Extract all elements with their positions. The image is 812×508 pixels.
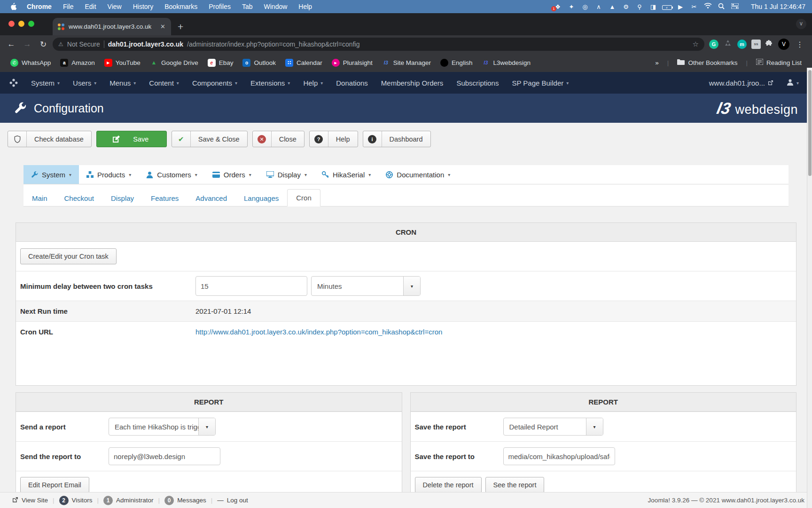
subtab-checkout[interactable]: Checkout <box>56 190 102 206</box>
back-button[interactable]: ← <box>5 40 18 49</box>
nav-components[interactable]: Components▾ <box>186 79 244 87</box>
bookmark-star-icon[interactable]: ☆ <box>693 40 699 48</box>
tab-search-button[interactable]: ∨ <box>796 19 806 29</box>
menu-profiles[interactable]: Profiles <box>204 3 235 10</box>
menu-history[interactable]: History <box>128 3 158 10</box>
creative-cloud-icon[interactable]: ◎ <box>579 3 591 10</box>
page-scrollbar[interactable] <box>807 68 812 508</box>
spotlight-search-icon[interactable] <box>716 3 727 11</box>
bookmark-calendar[interactable]: ∷Calendar <box>281 59 327 67</box>
m-extension-icon[interactable]: m <box>737 40 747 49</box>
view-site-link[interactable]: View Site <box>8 497 53 504</box>
tab-customers[interactable]: Customers▾ <box>139 165 205 184</box>
nav-content[interactable]: Content▾ <box>142 79 186 87</box>
send-report-select[interactable]: Each time HikaShop is trigge... ▾ <box>109 418 216 436</box>
bookmark-outlook[interactable]: oOutlook <box>238 59 281 67</box>
address-bar[interactable]: ⚠ Not Secure dah01.jroot.layer3.co.uk /a… <box>53 38 704 51</box>
bookmark-ebay[interactable]: eEbay <box>203 59 238 67</box>
extensions-puzzle-icon[interactable] <box>765 40 773 49</box>
tab-orders[interactable]: Orders▾ <box>205 165 259 184</box>
see-report-button[interactable]: See the report <box>485 477 545 493</box>
adblock-extension-icon[interactable] <box>723 40 733 49</box>
cron-url-link[interactable]: http://www.dah01.jroot.layer3.co.uk/inde… <box>195 328 442 336</box>
nav-extensions[interactable]: Extensions▾ <box>244 79 297 87</box>
dropbox-icon[interactable]: ❖1 <box>552 3 563 10</box>
dashboard-button[interactable]: i Dashboard <box>363 131 431 147</box>
menu-view[interactable]: View <box>103 3 126 10</box>
menu-file[interactable]: File <box>58 3 78 10</box>
apple-logo-icon[interactable] <box>7 3 20 10</box>
logout-link[interactable]: — Log out <box>212 497 253 504</box>
menu-edit[interactable]: Edit <box>80 3 101 10</box>
vlc-icon[interactable]: ▲ <box>607 3 618 10</box>
paperclip-icon[interactable]: ⚲ <box>634 3 645 10</box>
avast-icon[interactable]: ✦ <box>566 3 577 10</box>
save-close-button[interactable]: ✔ Save & Close <box>172 131 248 147</box>
visitors-link[interactable]: 2 Visitors <box>55 496 97 505</box>
nav-subscriptions[interactable]: Subscriptions <box>450 79 505 87</box>
nav-site-link[interactable]: www.dah01.jroo... <box>703 79 780 87</box>
gear-icon[interactable]: ⚙ <box>620 3 632 10</box>
play-icon[interactable]: ▶ <box>675 3 686 10</box>
messages-link[interactable]: 0 Messages <box>160 496 211 505</box>
battery-icon[interactable]: ⚡ <box>661 3 672 10</box>
nav-user-menu[interactable]: ▾ <box>780 79 805 87</box>
chrome-menu-button[interactable]: ⋮ <box>794 40 805 49</box>
nav-help[interactable]: Help▾ <box>297 79 329 87</box>
min-delay-input[interactable] <box>195 276 307 296</box>
bookmarks-overflow-button[interactable]: » <box>650 59 664 66</box>
delete-report-button[interactable]: Delete the report <box>415 477 482 493</box>
scrollbar-thumb[interactable] <box>808 70 812 176</box>
tab-hikaserial[interactable]: HikaSerial▾ <box>314 165 378 184</box>
tab-documentation[interactable]: Documentation▾ <box>378 165 458 184</box>
tab-display[interactable]: Display▾ <box>259 165 314 184</box>
subtab-main[interactable]: Main <box>23 190 56 206</box>
nav-membership-orders[interactable]: Membership Orders <box>375 79 450 87</box>
subtab-display[interactable]: Display <box>102 190 142 206</box>
reload-button[interactable]: ↻ <box>37 40 50 49</box>
bookmark-pluralsight[interactable]: ▶Pluralsight <box>327 59 377 67</box>
save-button[interactable]: Save <box>96 131 167 147</box>
tab-system[interactable]: System▾ <box>23 165 79 184</box>
window-minimize-button[interactable] <box>18 21 24 27</box>
nordvpn-icon[interactable]: ∧ <box>593 3 604 10</box>
menu-bookmarks[interactable]: Bookmarks <box>160 3 202 10</box>
create-edit-cron-button[interactable]: Create/Edit your Cron task <box>20 248 117 264</box>
save-report-select[interactable]: Detailed Report ▾ <box>503 418 603 436</box>
bookmark-site-manager[interactable]: l3Site Manager <box>377 59 436 67</box>
browser-tab[interactable]: www.dah01.jroot.layer3.co.uk ✕ <box>53 18 171 35</box>
tab-products[interactable]: Products▾ <box>79 165 139 184</box>
nav-donations[interactable]: Donations <box>329 79 375 87</box>
subtab-features[interactable]: Features <box>142 190 187 206</box>
control-center-icon[interactable] <box>729 3 741 10</box>
bookmark-l3webdesign[interactable]: l3L3webdesign <box>477 59 535 67</box>
bookmark-google-drive[interactable]: ▲Google Drive <box>145 59 203 67</box>
grammarly-extension-icon[interactable]: G <box>709 40 718 49</box>
tab-close-button[interactable]: ✕ <box>159 23 166 30</box>
scissors-icon[interactable]: ✂ <box>688 3 700 10</box>
window-close-button[interactable] <box>8 21 15 27</box>
wifi-icon[interactable] <box>702 3 713 10</box>
not-secure-label[interactable]: Not Secure <box>67 40 100 48</box>
nav-menus[interactable]: Menus▾ <box>103 79 142 87</box>
help-button[interactable]: ? Help <box>309 131 358 147</box>
bookmark-amazon[interactable]: aAmazon <box>55 59 100 67</box>
bookmark-whatsapp[interactable]: ✆WhatsApp <box>6 59 55 67</box>
nav-users[interactable]: Users▾ <box>66 79 103 87</box>
forward-button[interactable]: → <box>21 40 34 49</box>
bookmark-english[interactable]: English <box>436 59 477 67</box>
other-bookmarks-button[interactable]: Other Bookmarks <box>672 59 742 66</box>
window-manager-icon[interactable]: ◨ <box>648 3 659 10</box>
menubar-app-name[interactable]: Chrome <box>22 3 56 10</box>
close-button[interactable]: ✕ Close <box>252 131 304 147</box>
reading-list-button[interactable]: Reading List <box>751 59 806 66</box>
save-report-to-input[interactable] <box>503 447 615 465</box>
menu-tab[interactable]: Tab <box>237 3 258 10</box>
administrator-link[interactable]: 1 Administrator <box>99 496 158 505</box>
nav-sp-page-builder[interactable]: SP Page Builder▾ <box>505 79 575 87</box>
subtab-cron[interactable]: Cron <box>287 189 320 206</box>
menubar-clock[interactable]: Thu 1 Jul 12:46:47 <box>747 3 805 10</box>
ss-extension-icon[interactable]: ss <box>751 40 761 49</box>
nav-system[interactable]: System▾ <box>24 79 66 87</box>
send-report-to-input[interactable] <box>109 447 220 465</box>
